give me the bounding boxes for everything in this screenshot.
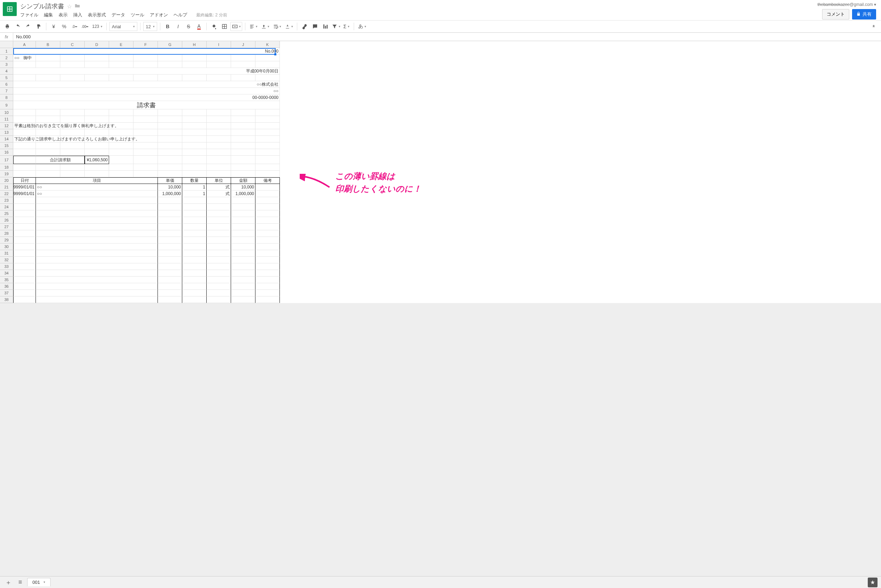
- cell[interactable]: [158, 290, 182, 297]
- cell[interactable]: [109, 116, 134, 123]
- font-size-select[interactable]: 12▾: [143, 22, 157, 31]
- cell[interactable]: [207, 110, 231, 116]
- cell[interactable]: [134, 129, 158, 136]
- cell[interactable]: [231, 243, 255, 250]
- cell[interactable]: [255, 129, 280, 136]
- cell[interactable]: [36, 149, 60, 156]
- cell[interactable]: [255, 184, 280, 190]
- cell[interactable]: [182, 75, 207, 81]
- cell[interactable]: [182, 61, 207, 68]
- cell[interactable]: 平成00年0月00日: [13, 68, 280, 75]
- menu-insert[interactable]: 挿入: [73, 12, 82, 18]
- cell[interactable]: [158, 164, 182, 171]
- cell[interactable]: [13, 270, 36, 277]
- share-button[interactable]: 共有: [852, 9, 876, 20]
- cell[interactable]: 9999/01/01: [13, 190, 36, 197]
- cell[interactable]: [60, 116, 85, 123]
- cell[interactable]: [207, 263, 231, 270]
- menu-view[interactable]: 表示: [59, 12, 68, 18]
- cell[interactable]: [255, 250, 280, 257]
- folder-icon[interactable]: [75, 3, 80, 9]
- cell[interactable]: [182, 149, 207, 156]
- cell[interactable]: [36, 110, 60, 116]
- cell[interactable]: [85, 61, 109, 68]
- cell[interactable]: [36, 224, 158, 230]
- column-header[interactable]: G: [158, 41, 182, 48]
- row-header[interactable]: 4: [0, 68, 13, 75]
- column-header[interactable]: B: [36, 41, 60, 48]
- cell[interactable]: [231, 250, 255, 257]
- vertical-align-button[interactable]: ▾: [260, 22, 270, 31]
- row-header[interactable]: 17: [0, 156, 13, 164]
- cell[interactable]: 単価: [158, 177, 182, 184]
- cell[interactable]: [134, 75, 158, 81]
- row-header[interactable]: 13: [0, 129, 13, 136]
- cell[interactable]: [231, 171, 255, 177]
- cell[interactable]: ○○: [36, 190, 158, 197]
- cell[interactable]: [36, 55, 60, 61]
- cell[interactable]: [158, 197, 182, 204]
- cell[interactable]: [13, 217, 36, 224]
- cell[interactable]: [182, 204, 207, 210]
- account-email[interactable]: thebambookazee@gmail.com ▾: [818, 2, 876, 7]
- cell[interactable]: [255, 257, 280, 263]
- row-header[interactable]: 38: [0, 297, 13, 303]
- cell[interactable]: [36, 297, 158, 303]
- merge-cells-button[interactable]: ▾: [230, 22, 242, 31]
- cell[interactable]: [109, 136, 134, 142]
- cell[interactable]: [134, 142, 158, 149]
- cell[interactable]: [231, 237, 255, 243]
- row-header[interactable]: 5: [0, 75, 13, 81]
- cell[interactable]: [255, 204, 280, 210]
- cell[interactable]: ○○: [36, 184, 158, 190]
- cell[interactable]: [109, 171, 134, 177]
- cell[interactable]: [231, 149, 255, 156]
- column-header[interactable]: A: [13, 41, 36, 48]
- cell[interactable]: [255, 55, 280, 61]
- insert-comment-icon[interactable]: [311, 22, 320, 31]
- cell[interactable]: [255, 210, 280, 217]
- cell[interactable]: ○○: [13, 88, 280, 94]
- cell[interactable]: [13, 164, 36, 171]
- cell[interactable]: [158, 210, 182, 217]
- cell[interactable]: [207, 116, 231, 123]
- cell[interactable]: [158, 204, 182, 210]
- cell[interactable]: [134, 136, 158, 142]
- cell[interactable]: [231, 61, 255, 68]
- row-header[interactable]: 26: [0, 217, 13, 224]
- cell[interactable]: [207, 136, 231, 142]
- cell[interactable]: [255, 263, 280, 270]
- cell[interactable]: 1: [182, 190, 207, 197]
- cell[interactable]: [207, 224, 231, 230]
- cell[interactable]: [13, 263, 36, 270]
- cell[interactable]: 式: [207, 190, 231, 197]
- cell[interactable]: [109, 164, 134, 171]
- cell[interactable]: 1,000,000: [231, 190, 255, 197]
- cell[interactable]: [36, 257, 158, 263]
- font-select[interactable]: Arial▾: [110, 22, 137, 31]
- cell[interactable]: [182, 110, 207, 116]
- cell[interactable]: [36, 230, 158, 237]
- cell[interactable]: [158, 217, 182, 224]
- cell[interactable]: [255, 110, 280, 116]
- cell[interactable]: [13, 171, 36, 177]
- cell[interactable]: 下記の通りご請求申し上げますのでよろしくお願い申し上げます。: [13, 136, 36, 142]
- cell[interactable]: [231, 230, 255, 237]
- row-header[interactable]: 6: [0, 81, 13, 88]
- cell[interactable]: [207, 123, 231, 129]
- row-header[interactable]: 27: [0, 224, 13, 230]
- row-header[interactable]: 34: [0, 270, 13, 277]
- column-header[interactable]: I: [207, 41, 231, 48]
- row-header[interactable]: 20: [0, 177, 13, 184]
- cell[interactable]: [158, 110, 182, 116]
- cell[interactable]: [231, 270, 255, 277]
- cell[interactable]: [158, 156, 182, 164]
- increase-decimal-button[interactable]: .00➡: [81, 22, 90, 31]
- menu-format[interactable]: 表示形式: [88, 12, 106, 18]
- cell[interactable]: [182, 123, 207, 129]
- cell[interactable]: 平素は格別のお引き立てを賜り厚く御礼申し上げます。: [13, 123, 36, 129]
- cell[interactable]: [36, 204, 158, 210]
- cell[interactable]: [207, 156, 231, 164]
- cell[interactable]: [207, 210, 231, 217]
- cell[interactable]: [36, 75, 60, 81]
